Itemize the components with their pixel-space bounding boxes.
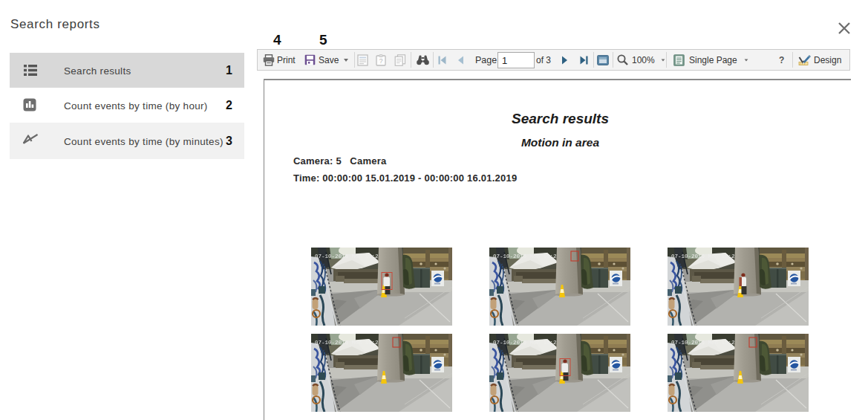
svg-text:?: ? [379,57,383,65]
